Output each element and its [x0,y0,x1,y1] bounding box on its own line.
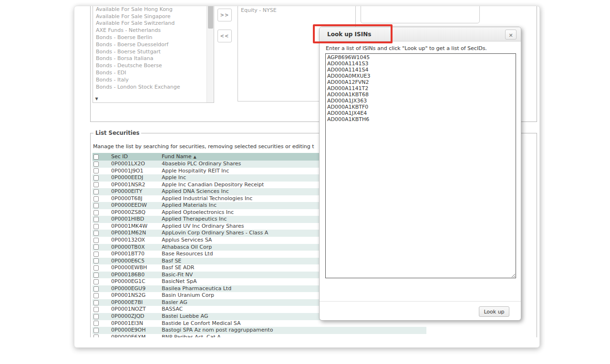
secid-cell: 0P0000E6XM [107,334,162,337]
secid-cell: 0P000186B0 [107,272,162,279]
listbox-item[interactable]: Bonds - EDI [96,70,214,77]
scroll-down-icon[interactable]: ▼ [93,96,100,102]
modal-title: Look up ISINs [327,27,371,41]
secid-cell: 0P0000T68J [107,195,162,202]
fundname-cell: Bastide Le Confort Medical SA [162,320,426,327]
row-checkbox[interactable] [93,293,99,298]
lookup-button[interactable]: Look up [479,306,509,317]
row-checkbox[interactable] [93,258,99,263]
modal-header: Look up ISINs ✕ [320,27,521,41]
sort-ascending-icon: ▲ [194,155,196,159]
listbox-item[interactable]: Bonds - Italy [96,77,214,84]
close-button[interactable]: ✕ [505,30,517,40]
secid-cell: 0P0001BT70 [107,251,162,258]
row-checkbox[interactable] [93,265,99,271]
secid-cell: 0P0001NS2G [107,292,162,299]
row-checkbox[interactable] [93,328,99,333]
row-checkbox[interactable] [93,244,99,250]
row-checkbox[interactable] [93,189,99,194]
listbox-item[interactable]: Available For Sale Switzerland [96,20,214,27]
secid-cell: 0P0001NOZT [107,306,162,313]
secid-cell: 0P0001NSR2 [107,182,162,189]
table-row: 0P0000E6XMBNP Paribas Act. Cat A [93,334,426,337]
secid-cell: 0P0001HIBD [107,216,162,223]
column-header-secid[interactable]: Sec ID [107,153,162,161]
listbox-item[interactable]: Equity - NYSE [241,7,355,14]
close-icon: ✕ [508,32,513,39]
secid-cell: 0P0001MK4W [107,223,162,230]
modal-instruction: Enter a list of ISINs and click "Look up… [326,45,487,51]
secid-cell: 0P0000EEDJ [107,174,162,182]
row-checkbox[interactable] [93,321,99,326]
listbox-item[interactable]: Bonds - Borsa Italiana [96,55,214,62]
secid-cell: 0P0000EG1C [107,278,162,285]
secid-cell: 0P0001J9O1 [107,168,162,175]
row-checkbox[interactable] [93,203,99,208]
listbox-item[interactable]: Bonds - Boerse Stuttgart [96,49,214,56]
secid-cell: 0P0000EWBH [107,264,162,272]
move-left-button[interactable]: << [217,30,232,42]
list-securities-legend: List Securities [93,130,141,136]
row-checkbox[interactable] [93,300,99,305]
move-right-button[interactable]: >> [217,9,232,21]
row-checkbox[interactable] [93,273,99,278]
secid-cell: 0P000132OX [107,237,162,244]
row-checkbox[interactable] [93,238,99,243]
row-checkbox[interactable] [93,175,99,181]
listbox-scrollbar[interactable] [207,6,214,102]
listbox-item[interactable]: AXE Funds - Netherlands [96,27,214,34]
row-checkbox[interactable] [93,279,99,284]
listbox-item[interactable]: Available For Sale Hong Kong [96,6,214,13]
listbox-item[interactable]: Bonds - Boerse Duesseldorf [96,41,214,49]
row-checkbox[interactable] [93,307,99,312]
isin-textarea[interactable] [325,53,516,278]
listbox-item[interactable]: Bonds - London Stock Exchange [96,84,214,91]
listbox-item[interactable]: Available For Sale Singapore [96,13,214,20]
available-securities-listbox[interactable]: Australia Separate Accounts (CompositeAv… [93,6,214,103]
fundname-cell: BNP Paribas Act. Cat A [162,334,426,337]
secid-cell: 0P0001LX2O [107,161,162,168]
top-search-input[interactable] [361,6,480,23]
secid-cell: 0P0000EGU9 [107,285,162,293]
table-row: 0P0001EI3NBastide Le Confort Medical SA [93,320,426,327]
select-all-checkbox[interactable] [93,154,99,160]
row-checkbox[interactable] [93,196,99,202]
table-row: 0P0000E9OHBastogi SPA Az nom post raggru… [93,327,426,334]
row-checkbox[interactable] [93,182,99,187]
scrollbar-thumb[interactable] [208,6,213,29]
listbox-item[interactable]: Bonds - Boerse Berlin [96,34,214,41]
secid-cell: 0P0000EITY [107,188,162,195]
secid-cell: 0P0000ZJQD [107,313,162,320]
secid-cell: 0P0000EEDW [107,202,162,209]
listbox-item[interactable]: Bonds - Deutsche Boerse [96,62,214,70]
row-checkbox[interactable] [93,231,99,236]
row-checkbox[interactable] [93,162,99,167]
secid-cell: 0P0000TB0X [107,244,162,251]
row-checkbox[interactable] [93,286,99,292]
manage-description: Manage the list by searching for securit… [93,143,314,150]
row-checkbox[interactable] [93,168,99,173]
footer-separator [320,301,521,302]
lookup-isins-modal: Look up ISINs ✕ Enter a list of ISINs an… [319,27,521,321]
secid-cell: 0P0001M62N [107,230,162,237]
row-checkbox[interactable] [93,334,99,337]
row-checkbox[interactable] [93,217,99,222]
secid-cell: 0P0000ZS8Q [107,209,162,216]
row-checkbox[interactable] [93,252,99,257]
row-checkbox[interactable] [93,314,99,319]
secid-cell: 0P0000E9OH [107,327,162,334]
secid-cell: 0P0000E7BI [107,299,162,306]
secid-cell: 0P0000E6C5 [107,258,162,265]
fundname-cell: Bastogi SPA Az nom post raggruppamento [162,327,426,334]
row-checkbox[interactable] [93,210,99,215]
row-checkbox[interactable] [93,224,99,229]
app-window: Australia Separate Accounts (CompositeAv… [74,6,540,348]
secid-cell: 0P0001EI3N [107,320,162,327]
